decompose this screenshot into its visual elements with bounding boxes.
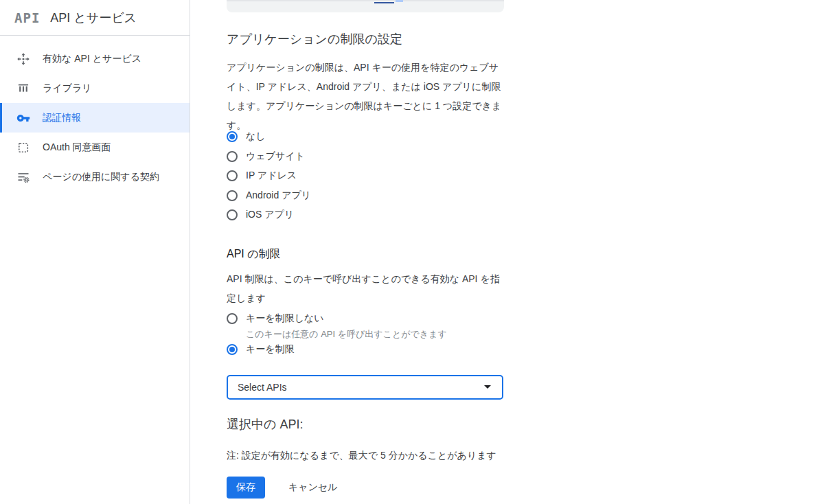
radio-option-ios-app[interactable]: iOS アプリ — [227, 205, 506, 225]
sidebar-item-label: 有効な API とサービス — [43, 53, 141, 65]
api-restrictions-title: API の制限 — [227, 247, 506, 262]
sidebar-header: API API とサービス — [0, 0, 190, 36]
usage-agreements-icon — [16, 170, 30, 184]
radio-label: Android アプリ — [246, 190, 311, 202]
radio-icon[interactable] — [227, 190, 238, 201]
radio-label: なし — [246, 130, 266, 143]
radio-option-dont-restrict-key-wrap: キーを制限しない このキーは任意の API を呼び出すことができます — [227, 309, 506, 341]
radio-icon[interactable] — [227, 170, 238, 181]
library-icon — [16, 82, 30, 95]
radio-option-none[interactable]: なし — [227, 127, 506, 147]
save-button[interactable]: 保存 — [227, 477, 265, 499]
app-restrictions-radio-group: なし ウェブサイト IP アドレス Android アプリ iOS アプリ — [227, 127, 506, 225]
api-restrictions-description: API 制限は、このキーで呼び出すことのできる有効な API を指定します — [227, 269, 506, 308]
select-apis-dropdown-value: Select APIs — [238, 382, 287, 393]
sidebar-item-credentials[interactable]: 認証情報 — [0, 103, 190, 133]
restrictions-form: アプリケーションの制限の設定 アプリケーションの制限は、API キーの使用を特定… — [227, 31, 506, 499]
sidebar-title: API とサービス — [50, 10, 137, 26]
radio-label: iOS アプリ — [246, 209, 294, 221]
select-apis-dropdown[interactable]: Select APIs — [227, 375, 503, 400]
enabled-apis-icon — [16, 52, 30, 66]
radio-option-sublabel: このキーは任意の API を呼び出すことができます — [246, 328, 506, 340]
sidebar-item-usage-agreements[interactable]: ページの使用に関する契約 — [0, 162, 190, 192]
key-icon — [16, 111, 30, 125]
oauth-consent-icon — [16, 141, 30, 154]
api-restrictions-radio-group: キーを制限しない このキーは任意の API を呼び出すことができます キーを制限 — [227, 309, 506, 360]
radio-icon[interactable] — [227, 209, 238, 220]
radio-icon[interactable] — [227, 131, 238, 142]
form-actions: 保存 キャンセル — [227, 477, 506, 499]
radio-icon[interactable] — [227, 344, 238, 355]
api-logo: API — [14, 10, 40, 25]
radio-icon[interactable] — [227, 151, 238, 162]
clipped-panel-mark — [396, 0, 403, 2]
radio-option-restrict-key[interactable]: キーを制限 — [227, 340, 506, 360]
clipped-panel-edge — [227, 0, 504, 1]
radio-label: ウェブサイト — [246, 150, 305, 163]
sidebar-item-label: 認証情報 — [43, 112, 81, 124]
sidebar-item-label: ライブラリ — [43, 82, 92, 95]
radio-option-website[interactable]: ウェブサイト — [227, 147, 506, 167]
sidebar-item-label: OAuth 同意画面 — [43, 141, 111, 154]
radio-label: キーを制限しない — [246, 312, 324, 325]
sidebar: API API とサービス 有効な API とサービス — [0, 0, 190, 504]
cancel-button[interactable]: キャンセル — [282, 477, 345, 498]
app-restrictions-title: アプリケーションの制限の設定 — [227, 31, 506, 47]
chevron-down-icon — [484, 385, 491, 389]
radio-option-ip-address[interactable]: IP アドレス — [227, 166, 506, 186]
sidebar-item-label: ページの使用に関する契約 — [43, 171, 159, 183]
main-panel: アプリケーションの制限の設定 アプリケーションの制限は、API キーの使用を特定… — [190, 0, 824, 504]
selected-apis-title: 選択中の API: — [227, 416, 506, 433]
clipped-panel — [227, 0, 504, 12]
radio-icon[interactable] — [227, 313, 238, 324]
sidebar-nav: 有効な API とサービス ライブラリ 認証情報 — [0, 36, 190, 192]
radio-label: IP アドレス — [246, 170, 297, 182]
radio-option-dont-restrict-key[interactable]: キーを制限しない — [227, 309, 506, 329]
sidebar-item-library[interactable]: ライブラリ — [0, 73, 190, 103]
app-restrictions-description: アプリケーションの制限は、API キーの使用を特定のウェブサイト、IP アドレス… — [227, 58, 506, 135]
radio-label: キーを制限 — [246, 343, 295, 356]
propagation-note: 注: 設定が有効になるまで、最大で 5 分かかることがあります — [227, 448, 506, 462]
clipped-panel-underline — [374, 2, 394, 3]
sidebar-item-enabled-apis[interactable]: 有効な API とサービス — [0, 44, 190, 73]
sidebar-item-oauth-consent[interactable]: OAuth 同意画面 — [0, 133, 190, 162]
radio-option-android-app[interactable]: Android アプリ — [227, 186, 506, 206]
